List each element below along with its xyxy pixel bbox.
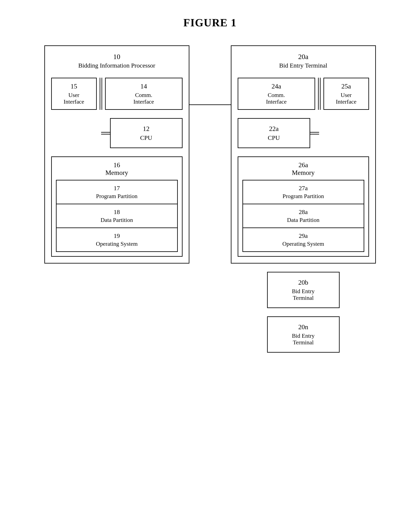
bet-comm-interface-box: 24a Comm.Interface <box>238 78 315 110</box>
bet-ui-name: UserInterface <box>327 92 365 105</box>
bip-comm-name: Comm.Interface <box>109 92 179 105</box>
bet-20b-number: 20b <box>272 279 335 286</box>
bip-os-partition: 19 Operating System <box>57 228 177 251</box>
bip-data-partition: 18 Data Partition <box>57 204 177 228</box>
bip-box: 10 Bidding Information Processor 15 User… <box>44 45 189 264</box>
bet-20b-box: 20b Bid EntryTerminal <box>267 272 340 308</box>
bip-ui-number: 15 <box>55 82 93 90</box>
bet-20a-number: 20a <box>238 52 369 61</box>
bip-program-partition: 17 Program Partition <box>57 180 177 204</box>
bet-cpu-name: CPU <box>242 134 305 141</box>
bet-comm-number: 24a <box>241 82 311 90</box>
bip-user-interface-box: 15 UserInterface <box>51 78 97 110</box>
bet-20b-name: Bid EntryTerminal <box>272 288 335 301</box>
bet-20a-name: Bid Entry Terminal <box>238 61 369 69</box>
bet-cpu-box: 22a CPU <box>238 118 310 148</box>
bet-memory-inner: 27a Program Partition 28a Data Partition… <box>242 180 364 252</box>
bet-20a-box: 20a Bid Entry Terminal 24a Comm.Interfac… <box>231 45 376 264</box>
bet-memory-outer: 26a Memory 27a Program Partition 28a Dat… <box>238 156 369 257</box>
bip-cpu-name: CPU <box>115 134 178 141</box>
right-column: 20a Bid Entry Terminal 24a Comm.Interfac… <box>231 45 376 353</box>
bet-user-interface-box: 25a UserInterface <box>323 78 369 110</box>
bip-comm-number: 14 <box>109 82 179 90</box>
bip-memory-outer: 16 Memory 17 Program Partition 18 Data P… <box>51 156 182 257</box>
bet-20a-label: 20a Bid Entry Terminal <box>238 52 369 69</box>
bet-os-partition: 29a Operating System <box>243 228 364 251</box>
horizontal-connector <box>189 104 231 105</box>
page-title: FIGURE 1 <box>183 16 237 29</box>
bip-label: 10 Bidding Information Processor <box>51 52 182 69</box>
bip-ui-name: UserInterface <box>55 92 93 105</box>
bet-20n-name: Bid EntryTerminal <box>272 333 335 346</box>
bet-ui-number: 25a <box>327 82 365 90</box>
bet-20n-number: 20n <box>272 323 335 331</box>
bet-20n-box: 20n Bid EntryTerminal <box>267 316 340 353</box>
bip-name: Bidding Information Processor <box>51 61 182 69</box>
bip-memory-inner: 17 Program Partition 18 Data Partition 1… <box>56 180 178 252</box>
bip-cpu-box: 12 CPU <box>110 118 182 148</box>
bip-cpu-number: 12 <box>115 125 178 133</box>
bet-comm-name: Comm.Interface <box>241 92 311 105</box>
bet-memory-label: 26a Memory <box>242 161 364 177</box>
bip-memory-label: 16 Memory <box>56 161 178 177</box>
bip-number: 10 <box>51 52 182 61</box>
bet-program-partition: 27a Program Partition <box>243 180 364 204</box>
bet-data-partition: 28a Data Partition <box>243 204 364 228</box>
bet-cpu-number: 22a <box>242 125 305 133</box>
bip-comm-interface-box: 14 Comm.Interface <box>105 78 182 110</box>
